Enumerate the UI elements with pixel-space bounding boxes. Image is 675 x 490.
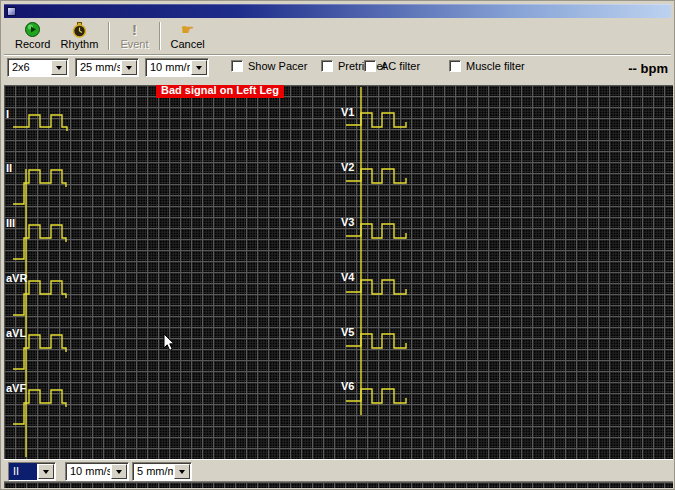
calibration-trace: [346, 224, 406, 238]
lead-label: V2: [341, 162, 354, 173]
lead-label: aVF: [6, 383, 26, 394]
bad-signal-banner: Bad signal on Left Leg: [156, 85, 284, 98]
rhythm-label: Rhythm: [60, 38, 98, 51]
cancel-button[interactable]: ☛ Cancel: [166, 19, 210, 53]
record-button[interactable]: Record: [10, 19, 55, 53]
chevron-down-icon: [126, 66, 132, 73]
rhythm-gain-select-value: 5 mm/mV: [133, 463, 173, 480]
lead-label: aVR: [6, 273, 27, 284]
titlebar[interactable]: [4, 4, 671, 18]
calibration-trace: [346, 169, 406, 183]
main-toolbar: Record Rhythm ! Event ☛ Cancel: [4, 18, 671, 54]
lead-label: II: [6, 163, 12, 174]
calibration-trace: [346, 113, 406, 127]
rhythm-speed-select[interactable]: 10 mm/sec: [65, 462, 129, 481]
toolbar-separator: [159, 22, 161, 50]
lead-label: aVL: [6, 328, 26, 339]
event-icon: !: [132, 21, 137, 38]
heart-rate-readout: -- bpm: [628, 61, 668, 76]
rhythm-button[interactable]: Rhythm: [55, 19, 103, 53]
chevron-down-icon: [179, 470, 185, 477]
app-icon: [7, 7, 16, 16]
calibration-trace: [13, 170, 66, 204]
chevron-down-icon: [116, 470, 122, 477]
ac-filter-label: AC filter: [381, 60, 420, 72]
show-pacer-label: Show Pacer: [248, 60, 307, 72]
rhythm-watch-icon: [72, 21, 87, 38]
lead-label: V5: [341, 327, 354, 338]
gain-select[interactable]: 10 mm/mV: [145, 58, 209, 77]
event-button[interactable]: ! Event: [115, 19, 153, 53]
cancel-hand-icon: ☛: [181, 21, 194, 38]
lead-label: III: [6, 218, 15, 229]
muscle-filter-checkbox[interactable]: [449, 60, 461, 72]
show-pacer-checkbox-group: Show Pacer: [231, 60, 307, 72]
record-icon: [25, 21, 40, 38]
calibration-trace: [13, 390, 66, 424]
calibration-trace: [346, 389, 406, 403]
rhythm-strip-grid: [4, 482, 673, 488]
lead-label: V6: [341, 381, 354, 392]
calibration-trace: [13, 225, 66, 259]
rhythm-lead-select[interactable]: II: [8, 462, 56, 481]
pretrigger-checkbox[interactable]: [321, 60, 333, 72]
muscle-filter-checkbox-group: Muscle filter: [449, 60, 525, 72]
rhythm-lead-select-dropdown-button[interactable]: [38, 464, 54, 479]
layout-select-dropdown-button[interactable]: [51, 60, 67, 75]
rhythm-speed-select-dropdown-button[interactable]: [111, 464, 127, 479]
rhythm-lead-select-value: II: [9, 463, 37, 480]
muscle-filter-label: Muscle filter: [466, 60, 525, 72]
ac-filter-checkbox-group: AC filter: [364, 60, 420, 72]
calibration-trace: [13, 281, 66, 315]
rhythm-gain-select[interactable]: 5 mm/mV: [132, 462, 192, 481]
ecg-application-window: Record Rhythm ! Event ☛ Cancel 2x6: [0, 0, 675, 490]
ecg-traces: [4, 85, 673, 459]
calibration-trace: [13, 335, 66, 369]
chevron-down-icon: [43, 470, 49, 477]
toolbar-separator: [108, 22, 110, 50]
event-label: Event: [120, 38, 148, 51]
rhythm-gain-select-dropdown-button[interactable]: [174, 464, 190, 479]
speed-select-value: 25 mm/sec: [76, 59, 120, 76]
speed-select-dropdown-button[interactable]: [121, 60, 137, 75]
rhythm-strip-toolbar: II 10 mm/sec 5 mm/mV: [4, 459, 673, 482]
rhythm-speed-select-value: 10 mm/sec: [66, 463, 110, 480]
gain-select-value: 10 mm/mV: [146, 59, 190, 76]
layout-select-value: 2x6: [8, 59, 50, 76]
mouse-cursor-icon: [163, 333, 175, 352]
gain-select-dropdown-button[interactable]: [191, 60, 207, 75]
cancel-label: Cancel: [171, 38, 205, 51]
chevron-down-icon: [56, 66, 62, 73]
speed-select[interactable]: 25 mm/sec: [75, 58, 139, 77]
settings-toolbar: 2x6 25 mm/sec 10 mm/mV Show Pacer Pretri…: [4, 54, 671, 82]
ac-filter-checkbox[interactable]: [364, 60, 376, 72]
record-label: Record: [15, 38, 50, 51]
lead-label: I: [6, 109, 9, 120]
ecg-display-panel[interactable]: Bad signal on Left Leg IIIIIIaVRaVLaVFV1…: [4, 85, 673, 459]
lead-label: V3: [341, 217, 354, 228]
calibration-trace: [13, 115, 67, 131]
lead-label: V1: [341, 107, 354, 118]
chevron-down-icon: [196, 66, 202, 73]
calibration-trace: [346, 334, 406, 348]
calibration-trace: [346, 280, 406, 294]
layout-select[interactable]: 2x6: [7, 58, 69, 77]
show-pacer-checkbox[interactable]: [231, 60, 243, 72]
lead-label: V4: [341, 272, 354, 283]
